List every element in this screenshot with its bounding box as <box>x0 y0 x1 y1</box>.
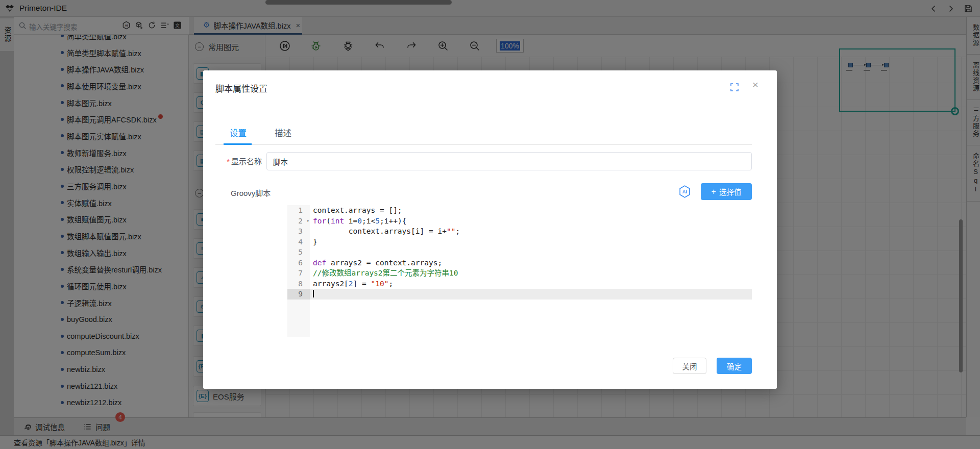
code-lines: 1context.arrays = [];2▾for(int i=0;i<5;i… <box>287 205 752 300</box>
groovy-code-editor[interactable]: 1context.arrays = [];2▾for(int i=0;i<5;i… <box>287 205 752 337</box>
code-line[interactable]: 8arrays2[2] = "10"; <box>287 279 752 289</box>
line-number: 1 <box>287 205 310 216</box>
ok-button[interactable]: 确定 <box>717 358 752 374</box>
app-window: Primeton-IDE 资源 输入关键字搜索 AI 文 简单类型赋值.bizx… <box>0 0 980 449</box>
code-line[interactable]: 5 <box>287 247 752 258</box>
groovy-script-row: Groovy脚本 AI + 选择值 <box>215 183 752 202</box>
close-button[interactable]: 关闭 <box>673 358 706 374</box>
line-number: 8 <box>287 279 310 289</box>
display-name-label: 显示名称 <box>231 157 262 166</box>
script-properties-dialog: 脚本属性设置 × 设置 描述 *显示名称 Groovy脚本 AI + 选择值 <box>203 70 777 389</box>
tab-settings[interactable]: 设置 <box>230 127 247 139</box>
svg-text:AI: AI <box>682 189 687 194</box>
code-line[interactable]: 7//修改数组arrays2第二个元素为字符串10 <box>287 268 752 279</box>
line-number: 5 <box>287 247 310 258</box>
display-name-input[interactable] <box>266 152 752 170</box>
display-name-row: *显示名称 <box>215 151 752 171</box>
line-number: 3 <box>287 226 310 237</box>
line-number: 9 <box>287 289 310 300</box>
ai-assist-icon[interactable]: AI <box>678 185 692 198</box>
line-number: 2▾ <box>287 216 310 227</box>
active-tab-underline <box>224 143 252 145</box>
code-line[interactable]: 4} <box>287 237 752 247</box>
code-line[interactable]: 3 context.arrays[i] = i+""; <box>287 226 752 237</box>
select-value-button[interactable]: + 选择值 <box>701 183 752 200</box>
line-number: 7 <box>287 268 310 279</box>
code-line[interactable]: 6def arrays2 = context.arrays; <box>287 258 752 268</box>
fullscreen-icon[interactable] <box>730 83 739 92</box>
groovy-script-label: Groovy脚本 <box>231 187 271 198</box>
dialog-tabs: 设置 描述 <box>215 121 752 145</box>
text-cursor <box>313 290 314 297</box>
dialog-title: 脚本属性设置 <box>215 82 267 94</box>
line-number: 6 <box>287 258 310 268</box>
code-line[interactable]: 9 <box>287 289 752 300</box>
code-line[interactable]: 2▾for(int i=0;i<5;i++){ <box>287 216 752 227</box>
code-line[interactable]: 1context.arrays = []; <box>287 205 752 216</box>
plus-icon: + <box>712 188 716 196</box>
close-icon[interactable]: × <box>752 79 758 91</box>
tab-description[interactable]: 描述 <box>275 127 291 139</box>
required-asterisk: * <box>227 157 230 166</box>
fold-caret-icon[interactable]: ▾ <box>307 216 309 227</box>
line-number: 4 <box>287 237 310 247</box>
